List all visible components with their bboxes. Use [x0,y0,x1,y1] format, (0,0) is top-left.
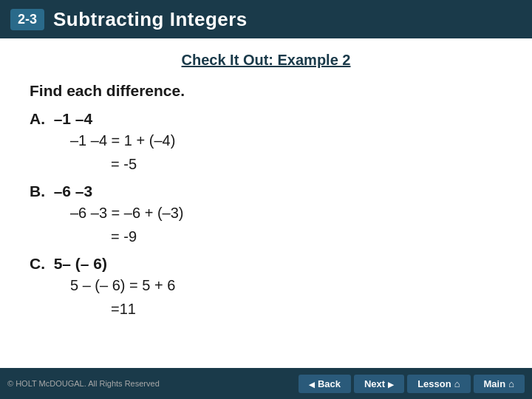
footer: © HOLT McDOUGAL. All Rights Reserved Bac… [0,368,532,399]
section-b: B. –6 –3 –6 –3 = –6 + (–3) = -9 [30,183,502,248]
next-arrow-icon [388,378,394,389]
main-label: Main [484,378,506,389]
section-c-line-2: =11 [111,298,502,320]
section-badge: 2-3 [10,9,44,30]
section-c: C. 5– (– 6) 5 – (– 6) = 5 + 6 =11 [30,255,502,320]
lesson-label: Lesson [417,378,451,389]
section-a-title: A. –1 –4 [30,110,502,128]
section-c-problem: 5– (– 6) [54,255,107,272]
header: 2-3 Subtracting Integers [0,0,532,38]
next-label: Next [364,378,385,389]
section-b-problem: –6 –3 [54,183,93,200]
back-button[interactable]: Back [299,375,351,393]
section-c-label: C. [30,255,54,272]
main-content: Check It Out: Example 2 Find each differ… [0,38,532,320]
section-b-label: B. [30,183,54,200]
back-label: Back [318,378,341,389]
section-b-line-1: –6 –3 = –6 + (–3) [70,202,502,224]
main-home-icon [508,378,514,389]
subtitle: Check It Out: Example 2 [30,52,502,69]
page-title: Subtracting Integers [53,8,248,31]
section-a-line-2: = -5 [111,153,502,175]
lesson-button[interactable]: Lesson [407,375,470,393]
section-a: A. –1 –4 –1 –4 = 1 + (–4) = -5 [30,110,502,175]
footer-nav-buttons: Back Next Lesson Main [299,375,525,393]
section-a-label: A. [30,110,54,127]
main-button[interactable]: Main [474,375,525,393]
section-a-problem: –1 –4 [54,110,93,127]
lesson-home-icon [454,378,460,389]
intro-text: Find each difference. [30,82,502,100]
copyright-text: © HOLT McDOUGAL. All Rights Reserved [7,379,299,388]
section-c-title: C. 5– (– 6) [30,255,502,273]
section-c-line-1: 5 – (– 6) = 5 + 6 [70,274,502,296]
back-arrow-icon [309,378,315,389]
next-button[interactable]: Next [354,375,404,393]
section-a-line-1: –1 –4 = 1 + (–4) [70,129,502,151]
section-b-title: B. –6 –3 [30,183,502,200]
section-b-line-2: = -9 [111,225,502,248]
